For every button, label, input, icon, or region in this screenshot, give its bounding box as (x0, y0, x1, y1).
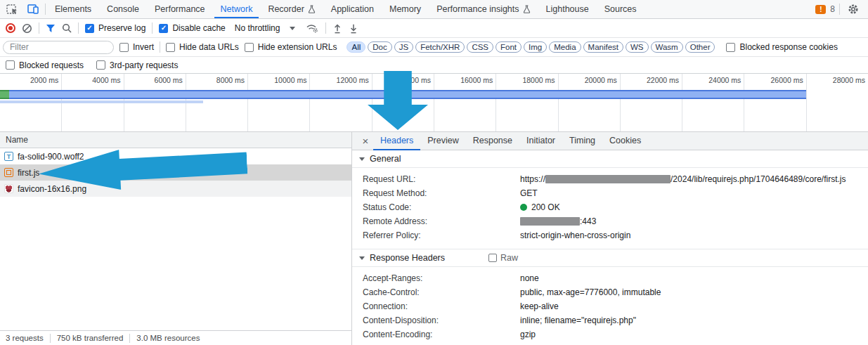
tab-elements[interactable]: Elements (48, 0, 98, 18)
filter-chip-manifest[interactable]: Manifest (583, 41, 623, 53)
header-row-request-url: Request URL: https:///2024/lib/requirejs… (352, 172, 868, 186)
tab-label: Sources (604, 4, 637, 14)
filter-chip-wasm[interactable]: Wasm (651, 41, 683, 53)
blocked-requests-checkbox[interactable]: Blocked requests (6, 60, 84, 70)
header-label: Content-Disposition: (363, 315, 520, 325)
checkbox-unchecked-icon[interactable] (119, 43, 129, 52)
filter-chip-doc[interactable]: Doc (368, 41, 391, 53)
tab-preview[interactable]: Preview (420, 132, 465, 150)
tab-network[interactable]: Network (214, 0, 259, 18)
toolbar-right-group: ! 8 (815, 1, 865, 17)
checkbox-unchecked-icon[interactable] (726, 43, 735, 52)
disable-cache-checkbox[interactable]: Disable cache (159, 23, 225, 33)
checkbox-unchecked-icon[interactable] (488, 254, 497, 262)
toolbar-divider (839, 4, 840, 15)
overview-bar-green-segment (0, 90, 9, 99)
preserve-log-checkbox[interactable]: Preserve log (85, 23, 145, 33)
tab-performance[interactable]: Performance (148, 0, 212, 18)
filter-chip-ws[interactable]: WS (626, 41, 649, 53)
checkbox-unchecked-icon[interactable] (96, 60, 105, 70)
url-suffix: /2024/lib/requirejs.php/1704646489/core/… (671, 174, 846, 184)
clear-network-log-icon[interactable] (22, 23, 32, 34)
header-row-accept-ranges: Accept-Ranges: none (352, 271, 868, 285)
checkbox-checked-icon[interactable] (85, 24, 94, 33)
error-badge-icon[interactable]: ! (815, 5, 826, 14)
header-value: GET (520, 188, 538, 198)
tab-memory[interactable]: Memory (383, 0, 427, 18)
timeline-tick: 22000 ms (621, 74, 682, 131)
hide-data-urls-checkbox[interactable]: Hide data URLs (166, 42, 239, 52)
tab-headers[interactable]: Headers (373, 132, 420, 150)
device-toolbar-icon[interactable] (24, 1, 42, 17)
header-label: Content-Encoding: (363, 330, 520, 339)
general-section: General Request URL: https:///2024/lib/r… (352, 150, 868, 242)
blocked-response-cookies-checkbox[interactable]: Blocked response cookies (726, 42, 837, 52)
tab-label: Network (221, 4, 253, 14)
status-code-text: 200 OK (531, 202, 560, 212)
tab-initiator[interactable]: Initiator (519, 132, 562, 150)
url-prefix: https:// (520, 174, 545, 184)
checkbox-unchecked-icon[interactable] (245, 43, 254, 52)
tab-lighthouse[interactable]: Lighthouse (540, 0, 595, 18)
export-har-icon[interactable] (349, 23, 358, 34)
network-conditions-icon[interactable] (306, 23, 319, 33)
inspect-element-icon[interactable] (3, 1, 21, 17)
response-headers-section-header[interactable]: Response Headers Raw (352, 249, 868, 267)
filter-chip-font[interactable]: Font (495, 41, 522, 53)
tab-sources[interactable]: Sources (598, 0, 643, 18)
header-label: Accept-Ranges: (363, 273, 520, 283)
request-row-favicon[interactable]: favicon-16x16.png (0, 181, 351, 197)
header-label: Request URL: (363, 174, 520, 184)
checkbox-unchecked-icon[interactable] (166, 43, 175, 52)
details-tab-bar: × Headers Preview Response Initiator Tim… (352, 132, 868, 150)
header-value: application/javascript; charset=utf-8 (520, 344, 652, 344)
transferred-size: 750 kB transferred (57, 334, 124, 342)
import-har-icon[interactable] (332, 23, 342, 34)
filter-chip-img[interactable]: Img (524, 41, 547, 53)
filter-input[interactable] (3, 41, 114, 54)
settings-gear-icon[interactable] (844, 1, 862, 17)
tab-recorder[interactable]: Recorder (261, 0, 321, 18)
tab-response[interactable]: Response (466, 132, 519, 150)
network-toolbar: Preserve log Disable cache No throttling (0, 19, 868, 38)
error-count[interactable]: 8 (830, 4, 835, 14)
third-party-requests-checkbox[interactable]: 3rd-party requests (96, 60, 178, 70)
checkbox-unchecked-icon[interactable] (6, 60, 15, 70)
tab-cookies[interactable]: Cookies (602, 132, 648, 150)
filter-chip-css[interactable]: CSS (467, 41, 493, 53)
header-label: Referrer Policy: (363, 230, 520, 240)
network-overview-timeline[interactable]: 2000 ms 4000 ms 6000 ms 8000 ms 10000 ms… (0, 74, 868, 132)
filter-chip-media[interactable]: Media (549, 41, 581, 53)
tab-console[interactable]: Console (101, 0, 145, 18)
filter-chip-other[interactable]: Other (685, 41, 715, 53)
record-network-log-button[interactable] (6, 23, 15, 33)
general-section-header[interactable]: General (352, 150, 868, 168)
raw-headers-checkbox[interactable]: Raw (488, 253, 518, 263)
disable-cache-label: Disable cache (172, 23, 225, 33)
devtools-main-toolbar: Elements Console Performance Network Rec… (0, 0, 868, 19)
filter-chip-js[interactable]: JS (394, 41, 413, 53)
header-value: inline; filename="requirejs.php" (520, 315, 636, 325)
tab-label: Elements (55, 4, 91, 14)
tab-application[interactable]: Application (325, 0, 380, 18)
tab-performance-insights[interactable]: Performance insights (430, 0, 536, 18)
tab-timing[interactable]: Timing (562, 132, 602, 150)
timeline-tick: 24000 ms (682, 74, 744, 131)
filter-chip-all[interactable]: All (346, 41, 365, 53)
hide-extension-urls-checkbox[interactable]: Hide extension URLs (245, 42, 337, 52)
invert-checkbox[interactable]: Invert (119, 42, 154, 52)
timeline-tick: 26000 ms (744, 74, 806, 131)
request-name: fa-solid-900.woff2 (18, 152, 84, 162)
filter-chip-fetch-xhr[interactable]: Fetch/XHR (415, 41, 465, 53)
search-icon[interactable] (62, 23, 72, 33)
throttling-select[interactable]: No throttling (235, 23, 296, 33)
filter-funnel-icon[interactable] (46, 24, 56, 33)
checkbox-checked-icon[interactable] (159, 24, 168, 33)
name-column-header[interactable]: Name (0, 132, 351, 148)
close-icon[interactable]: × (358, 135, 373, 147)
timeline-tick: 20000 ms (559, 74, 621, 131)
throttling-value: No throttling (235, 23, 280, 33)
timeline-tick: 16000 ms (434, 74, 496, 131)
redacted-host (545, 175, 671, 183)
preserve-log-label: Preserve log (98, 23, 145, 33)
